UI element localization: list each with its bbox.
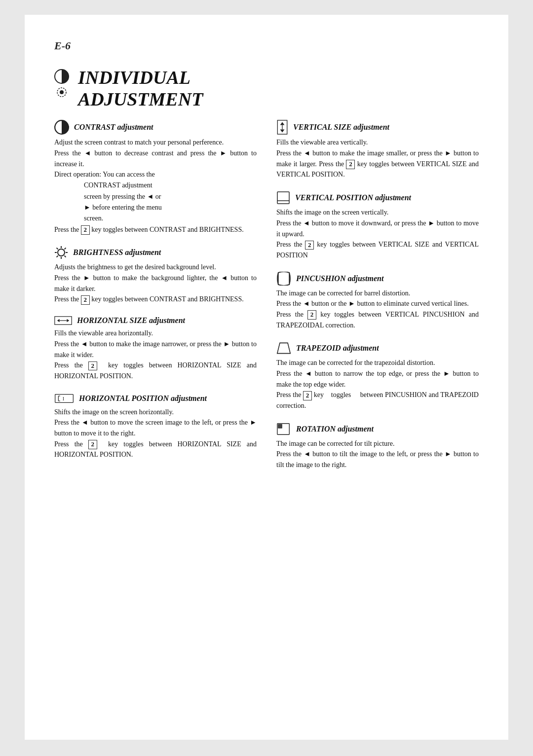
- title-text: INDIVIDUAL ADJUSTMENT: [78, 67, 203, 110]
- vsize-body: Fills the viewable area vertically. Pres…: [276, 137, 479, 180]
- hpos-header: I HORIZONTAL POSITION adjustment: [54, 393, 257, 404]
- rotation-title: ROTATION adjustment: [296, 425, 374, 433]
- hpos-section: I HORIZONTAL POSITION adjustment Shifts …: [54, 393, 257, 460]
- svg-rect-26: [277, 192, 289, 204]
- key-2-vp: 2: [305, 241, 314, 250]
- rotation-icon: [276, 422, 291, 436]
- vsize-title: VERTICAL SIZE adjustment: [293, 123, 389, 132]
- svg-rect-30: [278, 424, 282, 428]
- svg-line-10: [65, 256, 66, 257]
- content-columns: CONTRAST adjustment Adjust the screen co…: [54, 120, 479, 481]
- svg-marker-15: [67, 319, 69, 323]
- pincushion-title: PINCUSHION adjustment: [296, 274, 383, 283]
- hpos-icon: I: [54, 393, 74, 404]
- svg-marker-23: [280, 122, 285, 125]
- pincushion-body: The image can be corrected for barrel di…: [276, 288, 479, 331]
- title-icons: [54, 69, 69, 98]
- key-2-hs: 2: [88, 361, 97, 371]
- vsize-header: VERTICAL SIZE adjustment: [276, 120, 479, 135]
- contrast-header: CONTRAST adjustment: [54, 120, 257, 135]
- key-2: 2: [81, 225, 90, 235]
- svg-text:I: I: [63, 396, 64, 401]
- main-title: INDIVIDUAL ADJUSTMENT: [54, 67, 479, 110]
- page-number: E-6: [54, 39, 479, 52]
- hpos-title: HORIZONTAL POSITION adjustment: [79, 394, 207, 403]
- contrast-icon: [54, 120, 69, 135]
- brightness-body: Adjusts the brightness to get the desire…: [54, 262, 257, 305]
- key-2-pc: 2: [307, 310, 316, 320]
- key-2-tz: 2: [303, 391, 312, 400]
- svg-line-12: [57, 256, 58, 257]
- key-2-b: 2: [81, 295, 90, 305]
- vpos-body: Shifts the image on the screen verticall…: [276, 207, 479, 260]
- trapezoid-icon: [276, 341, 291, 355]
- svg-marker-14: [57, 319, 60, 323]
- trapezoid-title: TRAPEZOID adjustment: [296, 344, 379, 353]
- svg-marker-28: [277, 343, 290, 354]
- vpos-icon: [276, 191, 290, 205]
- trapezoid-header: TRAPEZOID adjustment: [276, 341, 479, 355]
- pincushion-section: PINCUSHION adjustment The image can be c…: [276, 272, 479, 331]
- contrast-title: CONTRAST adjustment: [74, 123, 153, 132]
- brightness-title: BRIGHTNESS adjustment: [73, 248, 161, 257]
- hsize-header: HORIZONTAL SIZE adjustment: [54, 316, 257, 325]
- svg-line-9: [57, 248, 58, 250]
- contrast-body: Adjust the screen contrast to match your…: [54, 137, 257, 235]
- brightness-header: BRIGHTNESS adjustment: [54, 246, 257, 259]
- rotation-header: ROTATION adjustment: [276, 422, 479, 436]
- key-2-vs: 2: [346, 160, 355, 169]
- pincushion-icon: [276, 272, 291, 286]
- half-circle-icon: [54, 69, 69, 84]
- hsize-body: Fills the viewable area horizontally. Pr…: [54, 328, 257, 381]
- small-dot-icon: [56, 87, 67, 98]
- hpos-body: Shifts the image on the screen horizonta…: [54, 407, 257, 460]
- left-column: CONTRAST adjustment Adjust the screen co…: [54, 120, 257, 481]
- rotation-body: The image can be corrected for tilt pict…: [276, 438, 479, 470]
- trapezoid-body: The image can be corrected for the trape…: [276, 358, 479, 411]
- key-2-hp: 2: [88, 440, 97, 449]
- hsize-title: HORIZONTAL SIZE adjustment: [77, 316, 185, 325]
- vpos-header: VERTICAL POSITION adjustment: [276, 191, 479, 205]
- pincushion-header: PINCUSHION adjustment: [276, 272, 479, 286]
- svg-line-11: [65, 248, 66, 250]
- brightness-icon: [54, 246, 68, 259]
- vsize-section: VERTICAL SIZE adjustment Fills the viewa…: [276, 120, 479, 180]
- vsize-icon: [276, 120, 288, 135]
- vpos-section: VERTICAL POSITION adjustment Shifts the …: [276, 191, 479, 260]
- svg-marker-24: [280, 130, 285, 133]
- hsize-icon: [54, 316, 72, 325]
- page: E-6 INDIVIDUAL ADJUSTMENT: [25, 15, 508, 740]
- brightness-section: BRIGHTNESS adjustment Adjusts the bright…: [54, 246, 257, 305]
- hsize-section: HORIZONTAL SIZE adjustment Fills the vie…: [54, 316, 257, 381]
- contrast-indent: CONTRAST adjustment screen by pressing t…: [84, 180, 257, 224]
- contrast-section: CONTRAST adjustment Adjust the screen co…: [54, 120, 257, 235]
- right-column: VERTICAL SIZE adjustment Fills the viewa…: [276, 120, 479, 481]
- svg-point-2: [60, 90, 64, 94]
- vpos-title: VERTICAL POSITION adjustment: [295, 193, 411, 202]
- rotation-section: ROTATION adjustment The image can be cor…: [276, 422, 479, 470]
- svg-point-4: [58, 249, 65, 256]
- trapezoid-section: TRAPEZOID adjustment The image can be co…: [276, 341, 479, 411]
